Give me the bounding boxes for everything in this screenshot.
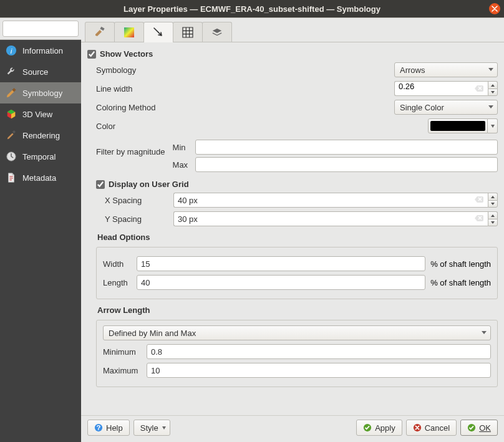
color-picker[interactable] — [428, 118, 498, 133]
y-spacing-down[interactable] — [488, 219, 498, 226]
arrow-mode-value: Defined by Min and Max — [109, 329, 196, 338]
coloring-method-label: Coloring Method — [96, 103, 162, 112]
clear-icon[interactable] — [474, 213, 484, 223]
caret-down-icon — [162, 426, 166, 430]
window-title: Layer Properties — ECMWF_ERA-40_subset-s… — [0, 4, 504, 14]
gradient-icon — [124, 27, 135, 38]
sidebar-item-label: Rendering — [22, 131, 60, 140]
show-vectors-checkbox[interactable] — [87, 50, 96, 59]
color-swatch — [430, 121, 485, 131]
sidebar-item-source[interactable]: Source — [0, 61, 81, 82]
head-width-label: Width — [103, 259, 137, 269]
ok-button[interactable]: OK — [460, 420, 498, 436]
maximum-label: Maximum — [103, 366, 147, 375]
pct-suffix: % of shaft length — [425, 278, 491, 287]
sidebar-item-symbology[interactable]: Symbology — [0, 82, 81, 103]
show-vectors-label: Show Vectors — [100, 49, 153, 59]
head-length-label: Length — [103, 278, 137, 287]
sidebar: i Information Source Symbology 3D View R… — [0, 18, 81, 442]
tab-rendering[interactable] — [202, 22, 232, 42]
min-label: Min — [173, 143, 195, 152]
svg-rect-7 — [100, 26, 104, 30]
title-bar: Layer Properties — ECMWF_ERA-40_subset-s… — [0, 0, 504, 17]
close-icon — [492, 6, 498, 12]
head-options-title: Head Options — [97, 233, 498, 242]
color-label: Color — [96, 122, 122, 131]
sidebar-item-label: 3D View — [22, 110, 52, 119]
maximum-input[interactable] — [147, 363, 491, 378]
x-spacing-label: X Spacing — [105, 196, 173, 205]
apply-button[interactable]: Apply — [356, 420, 402, 436]
arrow-mode-combo[interactable]: Defined by Min and Max — [103, 325, 491, 340]
minimum-input[interactable] — [147, 344, 491, 359]
tab-general[interactable] — [85, 22, 115, 42]
y-spacing-label: Y Spacing — [105, 214, 173, 224]
svg-text:?: ? — [97, 424, 101, 431]
clear-icon[interactable] — [474, 195, 484, 204]
cancel-icon — [413, 423, 422, 432]
document-icon — [5, 171, 17, 184]
filter-magnitude-label: Filter by magnitude — [96, 137, 173, 156]
caret-down-icon — [482, 331, 487, 334]
caret-down-icon — [488, 105, 493, 108]
pct-suffix: % of shaft length — [425, 259, 491, 269]
sidebar-item-information[interactable]: i Information — [0, 40, 81, 61]
color-dropdown[interactable] — [488, 118, 498, 133]
search-input[interactable] — [2, 21, 79, 37]
line-width-down[interactable] — [488, 89, 498, 96]
y-spacing-up[interactable] — [488, 211, 498, 219]
filter-min-input[interactable] — [195, 140, 498, 155]
max-label: Max — [173, 160, 195, 170]
coloring-method-combo[interactable]: Single Color — [394, 100, 498, 115]
info-icon: i — [5, 44, 17, 57]
layers-icon — [211, 27, 223, 38]
y-spacing-input[interactable] — [173, 211, 488, 226]
sidebar-item-label: Information — [22, 46, 63, 55]
svg-rect-5 — [12, 130, 16, 133]
tab-vectors[interactable] — [143, 22, 173, 42]
clear-icon[interactable] — [474, 84, 484, 94]
sidebar-item-metadata[interactable]: Metadata — [0, 167, 81, 188]
symbology-combo[interactable]: Arrows — [394, 62, 498, 77]
check-icon — [467, 423, 476, 432]
arrow-icon — [152, 26, 165, 39]
cancel-button[interactable]: Cancel — [406, 420, 457, 436]
sidebar-item-label: Source — [22, 67, 48, 77]
help-button[interactable]: ? Help — [87, 420, 130, 436]
line-width-up[interactable] — [488, 81, 498, 89]
line-width-input[interactable]: 0.26 — [394, 81, 488, 96]
sidebar-item-temporal[interactable]: Temporal — [0, 146, 81, 167]
hammer-icon — [94, 26, 106, 39]
arrow-length-title: Arrow Length — [97, 305, 498, 315]
head-width-input[interactable] — [137, 256, 425, 271]
brush-icon — [5, 129, 17, 142]
tab-contours[interactable] — [114, 22, 144, 42]
display-grid-label: Display on User Grid — [109, 180, 189, 189]
sidebar-item-3d-view[interactable]: 3D View — [0, 103, 81, 125]
dialog-footer: ? Help Style Apply Cancel OK — [81, 415, 504, 442]
minimum-label: Minimum — [103, 347, 147, 357]
cube-icon — [5, 108, 17, 120]
symbology-label: Symbology — [96, 65, 142, 75]
x-spacing-down[interactable] — [488, 200, 498, 208]
sidebar-item-label: Symbology — [22, 89, 62, 98]
svg-rect-8 — [124, 27, 134, 37]
filter-max-input[interactable] — [195, 157, 498, 172]
wrench-icon — [5, 65, 17, 78]
style-button[interactable]: Style — [133, 420, 170, 436]
check-icon — [363, 423, 372, 432]
symbology-tabstrip — [81, 18, 504, 42]
tab-mesh[interactable] — [173, 22, 203, 42]
coloring-method-value: Single Color — [400, 103, 444, 112]
x-spacing-input[interactable] — [173, 193, 488, 208]
close-button[interactable] — [489, 3, 500, 14]
display-grid-checkbox[interactable] — [96, 180, 105, 189]
head-length-input[interactable] — [137, 275, 425, 290]
grid-icon — [182, 27, 193, 38]
help-icon: ? — [94, 423, 103, 432]
sidebar-item-rendering[interactable]: Rendering — [0, 125, 81, 146]
line-width-label: Line width — [96, 84, 139, 94]
paintbrush-icon — [5, 87, 17, 99]
x-spacing-up[interactable] — [488, 193, 498, 200]
caret-down-icon — [488, 68, 493, 71]
